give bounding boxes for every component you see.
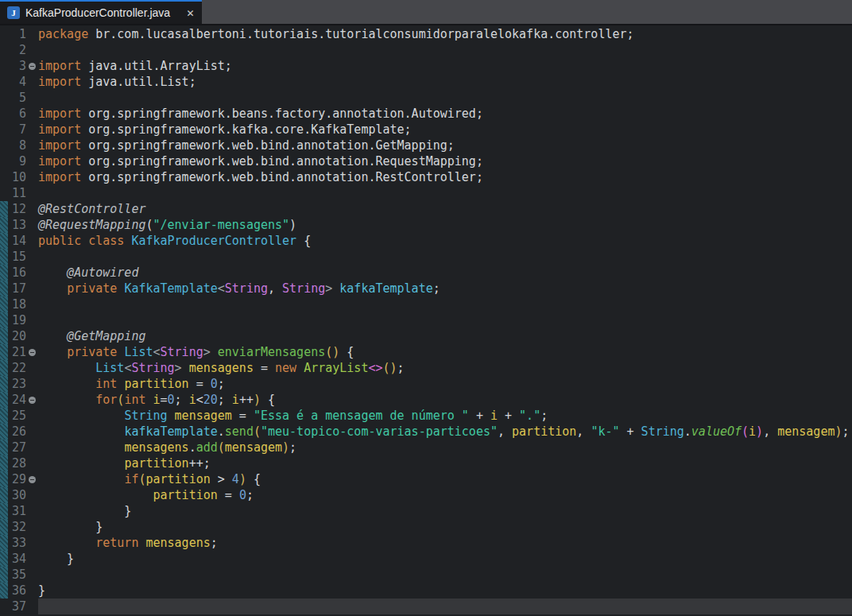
code-text[interactable]: private List<String> enviarMensagens() { bbox=[38, 344, 852, 360]
code-text[interactable]: } bbox=[38, 503, 852, 519]
code-line[interactable]: 24 for(int i=0; i<20; i++) { bbox=[0, 392, 852, 408]
code-token: for bbox=[95, 393, 117, 407]
code-text[interactable]: import org.springframework.web.bind.anno… bbox=[38, 138, 852, 153]
fold-minus-icon[interactable] bbox=[29, 349, 36, 356]
line-number: 13 bbox=[8, 217, 26, 233]
code-token: class bbox=[88, 234, 124, 248]
code-text[interactable]: package br.com.lucasalbertoni.tutoriais.… bbox=[38, 26, 852, 42]
code-line[interactable]: 28 partition++; bbox=[0, 455, 852, 471]
line-number: 16 bbox=[8, 265, 26, 281]
code-text[interactable] bbox=[38, 185, 852, 201]
changed-lines-gutter-strip bbox=[0, 503, 8, 519]
code-token: + bbox=[498, 409, 519, 423]
code-text[interactable]: partition = 0; bbox=[38, 487, 852, 503]
tab-kafkaproducercontroller[interactable]: J KafkaProducerController.java ✕ bbox=[0, 0, 202, 24]
code-text[interactable]: @RequestMapping("/enviar-mensagens") bbox=[38, 217, 852, 233]
code-line[interactable]: 20 @GetMapping bbox=[0, 328, 852, 344]
code-text[interactable]: } bbox=[38, 551, 852, 567]
code-text[interactable]: } bbox=[38, 519, 852, 535]
code-line[interactable]: 9import org.springframework.web.bind.ann… bbox=[0, 153, 852, 169]
code-text[interactable]: String mensagem = "Essa é a mensagem de … bbox=[38, 408, 852, 424]
code-text[interactable] bbox=[38, 90, 852, 106]
code-token: mensagens bbox=[124, 440, 188, 455]
code-token: public bbox=[38, 234, 81, 248]
code-text[interactable]: @Autowired bbox=[38, 265, 852, 281]
code-line[interactable]: 3import java.util.ArrayList; bbox=[0, 58, 852, 74]
code-line[interactable]: 8import org.springframework.web.bind.ann… bbox=[0, 138, 852, 153]
code-line[interactable]: 14public class KafkaProducerController { bbox=[0, 233, 852, 249]
changed-lines-gutter-strip bbox=[0, 535, 8, 551]
code-text[interactable]: mensagens.add(mensagem); bbox=[38, 440, 852, 455]
code-line[interactable]: 16 @Autowired bbox=[0, 265, 852, 281]
code-line[interactable]: 17 private KafkaTemplate<String, String>… bbox=[0, 281, 852, 296]
code-text[interactable]: } bbox=[38, 583, 852, 599]
code-text[interactable]: import org.springframework.web.bind.anno… bbox=[38, 169, 852, 185]
code-line[interactable]: 11 bbox=[0, 185, 852, 201]
code-line[interactable]: 36} bbox=[0, 583, 852, 599]
close-icon[interactable]: ✕ bbox=[187, 7, 194, 19]
code-line[interactable]: 25 String mensagem = "Essa é a mensagem … bbox=[0, 408, 852, 424]
code-text[interactable] bbox=[38, 296, 852, 312]
fold-minus-icon[interactable] bbox=[29, 63, 36, 70]
code-text[interactable] bbox=[38, 599, 852, 614]
fold-column bbox=[26, 519, 38, 535]
code-token: List bbox=[95, 361, 124, 375]
code-text[interactable] bbox=[38, 567, 852, 583]
code-text[interactable]: kafkaTemplate.send("meu-topico-com-varia… bbox=[38, 424, 852, 440]
code-line[interactable]: 19 bbox=[0, 312, 852, 328]
code-text[interactable]: import java.util.ArrayList; bbox=[38, 58, 852, 74]
code-line[interactable]: 32 } bbox=[0, 519, 852, 535]
code-text[interactable]: import org.springframework.kafka.core.Ka… bbox=[38, 122, 852, 138]
code-text[interactable]: @GetMapping bbox=[38, 328, 852, 344]
code-line[interactable]: 22 List<String> mensagens = new ArrayLis… bbox=[0, 360, 852, 376]
fold-column bbox=[26, 344, 38, 360]
code-line[interactable]: 31 } bbox=[0, 503, 852, 519]
code-token: ; bbox=[246, 488, 254, 502]
code-line[interactable]: 18 bbox=[0, 296, 852, 312]
code-text[interactable]: int partition = 0; bbox=[38, 376, 852, 392]
code-line[interactable]: 29 if(partition > 4) { bbox=[0, 471, 852, 487]
code-token: import bbox=[38, 170, 81, 184]
code-line[interactable]: 15 bbox=[0, 249, 852, 265]
code-line[interactable]: 5 bbox=[0, 90, 852, 106]
code-line[interactable]: 21 private List<String> enviarMensagens(… bbox=[0, 344, 852, 360]
code-line[interactable]: 7import org.springframework.kafka.core.K… bbox=[0, 122, 852, 138]
code-line[interactable]: 34 } bbox=[0, 551, 852, 567]
editor[interactable]: 1package br.com.lucasalbertoni.tutoriais… bbox=[0, 25, 852, 614]
code-text[interactable]: private KafkaTemplate<String, String> ka… bbox=[38, 281, 852, 296]
code-text[interactable]: @RestController bbox=[38, 201, 852, 217]
code-text[interactable]: public class KafkaProducerController { bbox=[38, 233, 852, 249]
code-line[interactable]: 2 bbox=[0, 42, 852, 58]
code-text[interactable]: List<String> mensagens = new ArrayList<>… bbox=[38, 360, 852, 376]
code-line[interactable]: 1package br.com.lucasalbertoni.tutoriais… bbox=[0, 26, 852, 42]
code-token: add bbox=[196, 440, 218, 455]
code-text[interactable]: partition++; bbox=[38, 455, 852, 471]
code-text[interactable] bbox=[38, 42, 852, 58]
fold-column bbox=[26, 26, 38, 42]
code-line[interactable]: 26 kafkaTemplate.send("meu-topico-com-va… bbox=[0, 424, 852, 440]
code-line[interactable]: 12@RestController bbox=[0, 201, 852, 217]
code-text[interactable]: import org.springframework.beans.factory… bbox=[38, 106, 852, 122]
code-token: ( bbox=[218, 440, 225, 455]
code-token: org.springframework.web.bind.annotation.… bbox=[81, 138, 455, 153]
code-line[interactable]: 27 mensagens.add(mensagem); bbox=[0, 440, 852, 455]
code-line[interactable]: 13@RequestMapping("/enviar-mensagens") bbox=[0, 217, 852, 233]
code-text[interactable] bbox=[38, 249, 852, 265]
code-line[interactable]: 33 return mensagens; bbox=[0, 535, 852, 551]
code-line[interactable]: 6import org.springframework.beans.factor… bbox=[0, 106, 852, 122]
code-token: { bbox=[339, 345, 354, 359]
code-line[interactable]: 10import org.springframework.web.bind.an… bbox=[0, 169, 852, 185]
code-text[interactable]: if(partition > 4) { bbox=[38, 471, 852, 487]
code-text[interactable]: return mensagens; bbox=[38, 535, 852, 551]
code-line[interactable]: 35 bbox=[0, 567, 852, 583]
code-text[interactable]: for(int i=0; i<20; i++) { bbox=[38, 392, 852, 408]
code-line[interactable]: 23 int partition = 0; bbox=[0, 376, 852, 392]
code-line[interactable]: 37 bbox=[0, 599, 852, 614]
code-text[interactable] bbox=[38, 312, 852, 328]
fold-minus-icon[interactable] bbox=[29, 397, 36, 404]
code-text[interactable]: import org.springframework.web.bind.anno… bbox=[38, 153, 852, 169]
code-line[interactable]: 30 partition = 0; bbox=[0, 487, 852, 503]
fold-minus-icon[interactable] bbox=[29, 476, 36, 483]
code-line[interactable]: 4import java.util.List; bbox=[0, 74, 852, 90]
code-text[interactable]: import java.util.List; bbox=[38, 74, 852, 90]
